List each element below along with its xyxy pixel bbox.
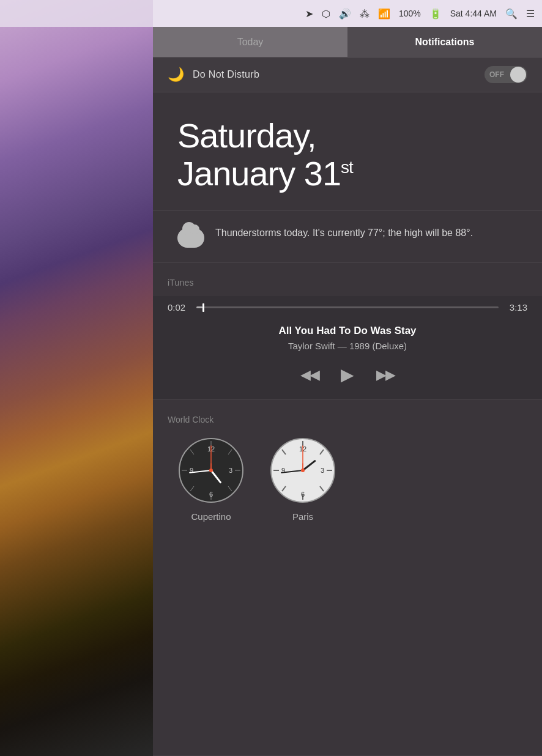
itunes-section-label: iTunes xyxy=(153,275,542,296)
svg-point-35 xyxy=(301,469,305,472)
dnd-label: Do Not Disturb xyxy=(193,69,484,80)
tab-notifications-label: Notifications xyxy=(415,37,475,48)
progress-fill xyxy=(196,306,202,308)
tab-today-label: Today xyxy=(237,37,264,48)
dropbox-icon: ⬡ xyxy=(322,8,330,20)
wifi-icon: 📶 xyxy=(378,8,390,20)
search-icon[interactable]: 🔍 xyxy=(505,8,518,20)
track-title: All You Had To Do Was Stay xyxy=(168,325,527,337)
progress-thumb xyxy=(202,303,204,312)
play-button[interactable]: ▶ xyxy=(341,365,354,385)
cupertino-clock-face: 12 3 6 9 xyxy=(177,437,245,504)
paris-label: Paris xyxy=(292,511,313,522)
itunes-body: 0:02 3:13 All You Had To Do Was Stay Tay… xyxy=(153,296,542,399)
location-icon: ➤ xyxy=(305,8,313,20)
svg-text:6: 6 xyxy=(209,491,213,498)
progress-bar[interactable] xyxy=(196,306,499,308)
tab-notifications[interactable]: Notifications xyxy=(347,27,542,57)
today-content: Saturday, January 31st Thunderstorms tod… xyxy=(153,92,542,755)
clock-cupertino: 12 3 6 9 Cupe xyxy=(177,437,245,522)
dnd-toggle-knob xyxy=(510,67,526,83)
battery-text: 100% xyxy=(399,9,421,18)
play-icon: ▶ xyxy=(341,365,354,385)
tab-bar: Today Notifications xyxy=(153,27,542,57)
itunes-section: iTunes 0:02 3:13 All You Had To Do Was S… xyxy=(153,263,542,400)
cloud-icon xyxy=(177,228,204,248)
dnd-toggle[interactable]: OFF xyxy=(484,66,527,83)
fastforward-icon: ▶▶ xyxy=(376,367,395,383)
progress-row: 0:02 3:13 xyxy=(168,302,527,313)
date-suffix: st xyxy=(341,158,353,177)
weather-section: Thunderstorms today. It's currently 77°;… xyxy=(153,211,542,263)
moon-icon: 🌙 xyxy=(168,67,184,83)
date-display: Saturday, January 31st xyxy=(177,117,518,192)
date-section: Saturday, January 31st xyxy=(153,92,542,211)
weather-description: Thunderstorms today. It's currently 77°;… xyxy=(215,226,473,240)
bluetooth-icon: ⁂ xyxy=(360,8,369,20)
dnd-row: 🌙 Do Not Disturb OFF xyxy=(153,57,542,92)
notification-center-panel: Today Notifications 🌙 Do Not Disturb OFF… xyxy=(153,27,542,756)
volume-icon: 🔊 xyxy=(339,8,351,20)
svg-text:3: 3 xyxy=(321,467,324,474)
time-total: 3:13 xyxy=(506,302,527,313)
svg-point-17 xyxy=(209,469,213,472)
playback-controls: ◀◀ ▶ ▶▶ xyxy=(168,365,527,385)
battery-icon: 🔋 xyxy=(429,8,442,20)
time-elapsed: 0:02 xyxy=(168,302,189,313)
rewind-button[interactable]: ◀◀ xyxy=(300,367,319,383)
tab-today[interactable]: Today xyxy=(153,27,347,57)
datetime-text: Sat 4:44 AM xyxy=(450,9,497,18)
fastforward-button[interactable]: ▶▶ xyxy=(376,367,395,383)
worldclock-section: World Clock xyxy=(153,400,542,540)
dnd-toggle-state: OFF xyxy=(489,70,504,79)
clock-paris: 12 3 6 9 Paris xyxy=(269,437,336,522)
worldclock-section-label: World Clock xyxy=(153,412,542,437)
menubar: ➤ ⬡ 🔊 ⁂ 📶 100% 🔋 Sat 4:44 AM 🔍 ☰ xyxy=(0,0,542,27)
clocks-row: 12 3 6 9 Cupe xyxy=(153,437,542,522)
track-subtitle: Taylor Swift — 1989 (Deluxe) xyxy=(168,341,527,351)
menu-icon[interactable]: ☰ xyxy=(526,8,535,20)
svg-text:3: 3 xyxy=(229,467,232,474)
svg-text:6: 6 xyxy=(301,491,305,498)
desktop-background xyxy=(0,0,153,756)
paris-clock-face: 12 3 6 9 xyxy=(269,437,336,504)
month-day: January 31 xyxy=(177,154,341,193)
day-name: Saturday, xyxy=(177,116,316,155)
cupertino-label: Cupertino xyxy=(191,511,231,522)
rewind-icon: ◀◀ xyxy=(300,367,319,383)
